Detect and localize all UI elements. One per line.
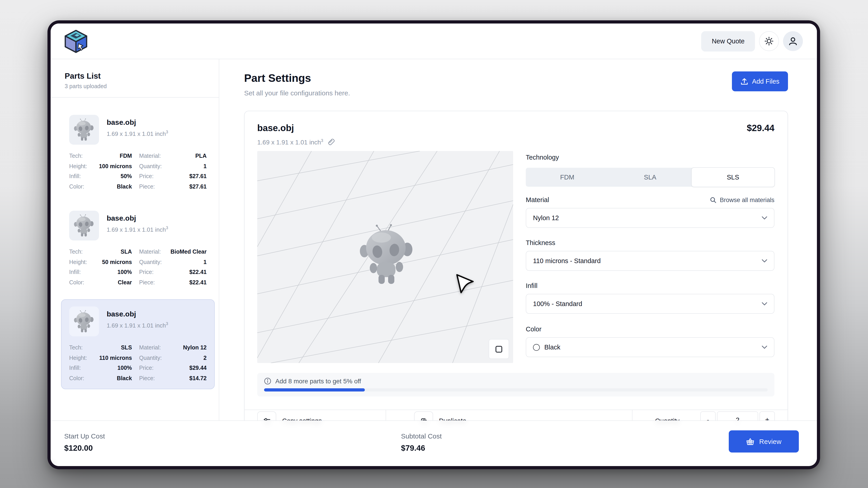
chevron-down-icon: [762, 302, 767, 306]
color-label: Color:: [69, 182, 87, 192]
infill-value: 100%: [94, 267, 132, 277]
sidebar-subtitle: 3 parts uploaded: [51, 83, 219, 90]
part-thumbnail: [69, 115, 99, 145]
user-icon: [788, 36, 798, 46]
material-value: Nylon 12: [169, 343, 207, 353]
color-selected-value: Black: [544, 343, 560, 351]
part-thumbnail: [69, 306, 99, 336]
tab-fdm[interactable]: FDM: [526, 168, 609, 187]
add-files-label: Add Files: [752, 78, 779, 85]
topbar: New Quote: [51, 24, 817, 59]
promo-progress-fill: [264, 388, 365, 392]
chevron-down-icon: [762, 345, 767, 349]
part-card-1[interactable]: base.obj 1.69 x 1.91 x 1.01 inch3 Tech:F…: [61, 108, 215, 197]
upload-icon: [740, 78, 748, 85]
square-expand-icon: [495, 345, 502, 353]
tab-sls[interactable]: SLS: [691, 168, 774, 187]
quantity-value: 1: [169, 161, 207, 171]
part-name: base.obj: [107, 214, 168, 222]
startup-cost-value: $120.00: [64, 444, 105, 453]
part-card-2[interactable]: base.obj 1.69 x 1.91 x 1.01 inch3 Tech:S…: [61, 204, 215, 294]
subtotal-cost-label: Subtotal Cost: [401, 432, 442, 440]
part-name: base.obj: [107, 118, 168, 127]
color-value: Black: [94, 373, 132, 383]
infill-value: 100%: [94, 363, 132, 373]
theme-toggle-button[interactable]: [759, 31, 779, 51]
desktop-background: New Quote: [0, 0, 868, 488]
discount-promo-banner: Add 8 more parts to get 5% off: [257, 373, 774, 396]
material-selected-value: Nylon 12: [533, 214, 559, 221]
material-label: Material: [526, 196, 549, 204]
tech-label: Tech:: [69, 151, 87, 161]
infill-label: Infill:: [69, 171, 87, 182]
thickness-label: Thickness: [526, 239, 774, 246]
material-label: Material:: [139, 343, 162, 353]
part-settings-card: base.obj $29.44 1.69 x 1.91 x 1.01 inch3: [244, 111, 788, 429]
robot-model-thumbnail-icon: [71, 118, 97, 142]
thickness-selected-value: 110 microns - Standard: [533, 257, 600, 265]
promo-progress-track: [264, 388, 768, 392]
piece-value: $22.41: [169, 277, 207, 287]
height-label: Height:: [69, 257, 87, 267]
mouse-cursor-icon: [455, 274, 475, 294]
part-name: base.obj: [107, 310, 168, 318]
infill-selected-value: 100% - Standard: [533, 300, 582, 307]
tech-value: SLS: [94, 343, 132, 353]
parts-list-sidebar: Parts List 3 parts uploaded base.obj: [51, 59, 219, 466]
new-quote-button[interactable]: New Quote: [702, 31, 755, 51]
quantity-label: Quantity:: [139, 353, 162, 363]
user-account-button[interactable]: [783, 31, 803, 51]
quantity-label: Quantity:: [139, 161, 162, 171]
color-label: Color:: [69, 277, 87, 287]
price-label: Price:: [139, 363, 162, 373]
infill-select[interactable]: 100% - Standard: [526, 294, 774, 314]
thickness-select[interactable]: 110 microns - Standard: [526, 251, 774, 271]
search-icon: [710, 196, 717, 203]
part-dimensions: 1.69 x 1.91 x 1.01 inch3: [107, 130, 168, 137]
main-content: Part Settings Set all your file configur…: [219, 59, 817, 466]
quantity-value: 2: [169, 353, 207, 363]
ruler-icon: [327, 138, 336, 146]
infill-value: 50%: [94, 171, 132, 182]
part-dimensions: 1.69 x 1.91 x 1.01 inch3: [107, 322, 168, 329]
settings-column: Technology FDM SLA SLS Material: [526, 151, 774, 363]
viewer-fullscreen-button[interactable]: [489, 339, 509, 359]
height-label: Height:: [69, 353, 87, 363]
material-select[interactable]: Nylon 12: [526, 208, 774, 228]
review-button[interactable]: Review: [729, 430, 799, 453]
infill-label: Infill:: [69, 267, 87, 277]
material-value: PLA: [169, 151, 207, 161]
subtotal-cost-value: $79.46: [401, 444, 442, 453]
part-details-grid: Tech:FDM Material:PLA Height:100 microns…: [69, 151, 207, 192]
technology-label: Technology: [526, 154, 774, 161]
piece-label: Piece:: [139, 277, 162, 287]
review-label: Review: [759, 437, 781, 445]
price-value: $27.61: [169, 171, 207, 182]
color-select[interactable]: Black: [526, 337, 774, 357]
tab-sla[interactable]: SLA: [609, 168, 692, 187]
robot-model-thumbnail-icon: [71, 214, 97, 237]
basket-icon: [746, 437, 755, 446]
cost-summary-footer: Start Up Cost $120.00 Subtotal Cost $79.…: [51, 420, 817, 466]
quantity-value: 1: [169, 257, 207, 267]
sidebar-title: Parts List: [51, 71, 219, 81]
part-card-3-selected[interactable]: base.obj 1.69 x 1.91 x 1.01 inch3 Tech:S…: [61, 299, 215, 389]
browse-all-materials-link[interactable]: Browse all materials: [710, 196, 774, 203]
infill-label: Infill:: [69, 363, 87, 373]
price-value: $29.44: [169, 363, 207, 373]
piece-value: $27.61: [169, 182, 207, 192]
color-label: Color:: [69, 373, 87, 383]
color-value: Black: [94, 182, 132, 192]
promo-text: Add 8 more parts to get 5% off: [275, 377, 361, 385]
robot-model-thumbnail-icon: [71, 310, 97, 333]
tech-value: FDM: [94, 151, 132, 161]
part-thumbnail: [69, 211, 99, 241]
tech-label: Tech:: [69, 343, 87, 353]
height-label: Height:: [69, 161, 87, 171]
app-window: New Quote: [48, 20, 820, 469]
tech-value: SLA: [94, 247, 132, 257]
model-3d-viewer[interactable]: [257, 151, 513, 363]
add-files-button[interactable]: Add Files: [732, 71, 788, 91]
color-label: Color: [526, 326, 774, 333]
price-label: Price:: [139, 267, 162, 277]
